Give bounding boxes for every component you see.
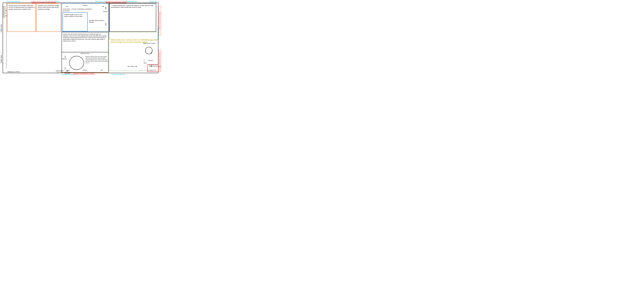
- worktop-text: Worktop space with storage underneath. U…: [9, 5, 35, 10]
- smev-box: ⇜ 1000mm ⇝ Smev 9222 - 2 burner combinat…: [62, 3, 108, 32]
- shower-text: Shower tray with shower head fixed above…: [63, 33, 107, 42]
- seating-text: L - shaped seating area, 2000mm by 1400m…: [111, 5, 155, 8]
- smev-arrow-down: ⇩: [104, 22, 107, 26]
- bathroom-door-box: Bathroom door 600mm ⇧ ⇩ ⇜ 600mm ⇝ Thetfo…: [62, 52, 108, 72]
- bathroom-arrow-down: ⇩: [64, 67, 66, 70]
- oven-text: Thetford Duplex Oven & Grill 450mm wide …: [64, 14, 86, 17]
- fridge-box: Vitrifrigo C115i Compressor Fridge 525mm…: [36, 3, 61, 32]
- bathroom-door-label: Bathroom door: [81, 53, 90, 54]
- end-sliding-circle: [66, 70, 68, 72]
- toilet-text: Thetford C200CS toilet, with back agains…: [85, 56, 108, 64]
- 1000mm-arrow: ⇜ 1000mm ⇝: [66, 5, 104, 8]
- smev-arrow-up: ⇧: [104, 6, 107, 10]
- bathroom-arrow-up: ⇧: [64, 55, 66, 58]
- end-sliding-text: End of sliding door width.: [63, 72, 72, 74]
- oven-box: Thetford Duplex Oven & Grill 450mm wide …: [62, 12, 88, 31]
- table-screw-label: Table screw in point: [143, 42, 155, 44]
- wardrobe-arrow-down: ⇩: [150, 64, 152, 68]
- worktop-box: Worktop space with storage underneath. U…: [7, 3, 36, 32]
- cabin-area-label-2: Cabin area: [0, 45, 2, 63]
- 700mm-right-arrows: ⇜ 700mm ⇝: [128, 65, 137, 68]
- 500mm-label: 500mm: [103, 11, 108, 12]
- cabin-area-label-1: Cabin area: [0, 15, 2, 32]
- overhead-label-bottom-2: Overhead cabinets: [112, 73, 125, 75]
- sliding-door-label: Sliding door 1250mm: [7, 71, 20, 72]
- numbers-label: 435mm: [144, 59, 147, 64]
- 400mm-arrows: ⇜ 400mm ⇝: [147, 69, 156, 71]
- smev-text: Smev 9222 - 2 burner combination unit 90…: [63, 8, 92, 12]
- 450mm-label: 450 mm: [148, 60, 153, 61]
- floor-plan: Overhead cabinets Overhead cabinets Over…: [0, 0, 161, 76]
- 600mm-bottom-arrows: ⇜ 600mm ⇝: [68, 69, 102, 71]
- fridge-text: Vitrifrigo C115i Compressor Fridge 525mm…: [38, 5, 60, 10]
- overhead-label-top-1: Overhead cabinets: [6, 0, 20, 2]
- toilet-oval: [69, 56, 84, 70]
- wardrobe-arrow-up: ⇧: [150, 51, 152, 54]
- seating-box: L - shaped seating area, 2000mm by 1400m…: [109, 3, 156, 32]
